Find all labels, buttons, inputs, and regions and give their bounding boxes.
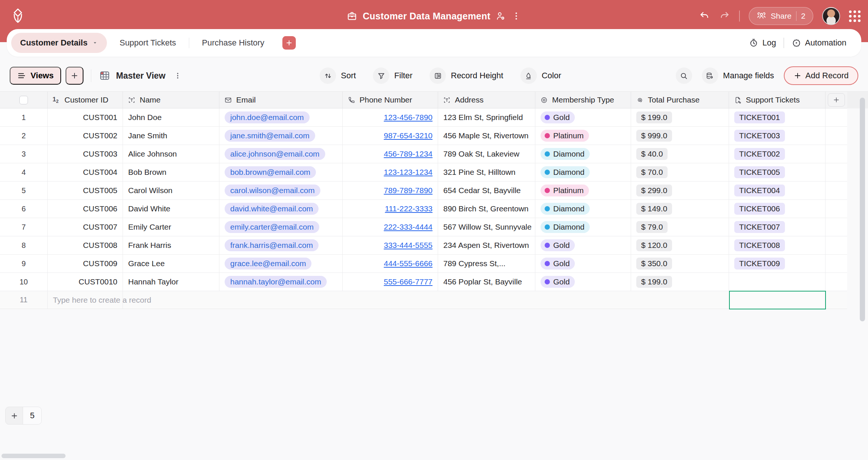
cell-support-ticket[interactable]: TICKET006 xyxy=(729,200,826,218)
phone-link[interactable]: 789-789-7890 xyxy=(384,186,433,195)
cell-total-purchase[interactable]: $ 199.0 xyxy=(631,273,729,291)
app-grid-icon[interactable] xyxy=(849,10,861,22)
cell-email[interactable]: john.doe@email.com xyxy=(219,108,343,126)
manage-fields-button[interactable]: Manage fields xyxy=(702,67,774,84)
cell-phone[interactable]: 555-666-7777 xyxy=(343,273,438,291)
cell-name[interactable]: Hannah Taylor xyxy=(123,273,219,291)
cell-total-purchase[interactable]: $ 299.0 xyxy=(631,182,729,199)
tab-customer-details[interactable]: Customer Details xyxy=(11,33,107,53)
cell-customer-id[interactable]: CUST004 xyxy=(48,163,123,181)
cell-total-purchase[interactable]: $ 199.0 xyxy=(631,108,729,126)
view-menu-icon[interactable] xyxy=(174,72,182,80)
cell-address[interactable]: 456 Maple St, Rivertown xyxy=(438,127,535,145)
cell-support-ticket[interactable]: TICKET001 xyxy=(729,108,826,126)
cell-total-purchase[interactable]: $ 79.0 xyxy=(631,218,729,236)
cell-customer-id[interactable]: CUST005 xyxy=(48,182,123,199)
add-view-button[interactable] xyxy=(66,67,83,85)
cell-email[interactable]: carol.wilson@email.com xyxy=(219,182,343,199)
add-table-button[interactable] xyxy=(282,36,296,50)
add-rows-button[interactable] xyxy=(6,407,23,424)
phone-link[interactable]: 222-333-4444 xyxy=(384,223,433,231)
cell-total-purchase[interactable]: $ 120.0 xyxy=(631,236,729,254)
cell-phone[interactable]: 123-456-7890 xyxy=(343,108,438,126)
cell-customer-id[interactable]: CUST003 xyxy=(48,145,123,163)
cell-name[interactable]: John Doe xyxy=(123,108,219,126)
automation-button[interactable]: Automation xyxy=(792,38,846,48)
column-header-ticket[interactable]: Support Tickets xyxy=(729,92,826,108)
add-rows-count[interactable]: 5 xyxy=(23,407,41,424)
cell-membership[interactable]: Diamond xyxy=(535,145,631,163)
cell-membership[interactable]: Platinum xyxy=(535,127,631,145)
cell-customer-id[interactable]: CUST009 xyxy=(48,255,123,272)
selected-cell[interactable] xyxy=(729,291,826,309)
cell-membership[interactable]: Diamond xyxy=(535,163,631,181)
current-view[interactable]: Master View xyxy=(99,70,182,82)
user-avatar[interactable] xyxy=(822,7,840,25)
cell-address[interactable]: 567 Willow St, Sunnyvale xyxy=(438,218,535,236)
phone-link[interactable]: 555-666-7777 xyxy=(384,277,433,286)
cell-address[interactable]: 321 Pine St, Hilltown xyxy=(438,163,535,181)
cell-address[interactable]: 890 Birch St, Greentown xyxy=(438,200,535,218)
cell-email[interactable]: hannah.taylor@email.com xyxy=(219,273,343,291)
cell-total-purchase[interactable]: $ 149.0 xyxy=(631,200,729,218)
cell-email[interactable]: frank.harris@email.com xyxy=(219,236,343,254)
cell-customer-id[interactable]: CUST002 xyxy=(48,127,123,145)
filter-button[interactable]: Filter xyxy=(373,67,412,84)
cell-name[interactable]: Bob Brown xyxy=(123,163,219,181)
cell-customer-id[interactable]: CUST007 xyxy=(48,218,123,236)
cell-address[interactable]: 234 Aspen St, Rivertown xyxy=(438,236,535,254)
cell-name[interactable]: Emily Carter xyxy=(123,218,219,236)
cell-membership[interactable]: Diamond xyxy=(535,218,631,236)
horizontal-scrollbar[interactable] xyxy=(1,454,66,458)
column-header-email[interactable]: Email xyxy=(219,92,343,108)
collaborator-settings-icon[interactable] xyxy=(495,11,506,21)
cell-customer-id[interactable]: CUST008 xyxy=(48,236,123,254)
cell-name[interactable]: David White xyxy=(123,200,219,218)
cell-email[interactable]: jane.smith@email.com xyxy=(219,127,343,145)
tab-support-tickets[interactable]: Support Tickets xyxy=(107,38,189,48)
cell-support-ticket[interactable]: TICKET009 xyxy=(729,255,826,272)
phone-link[interactable]: 123-123-1234 xyxy=(384,168,433,177)
redo-icon[interactable] xyxy=(719,10,730,22)
row-number[interactable]: 4 xyxy=(0,163,48,181)
views-button[interactable]: Views xyxy=(10,67,61,85)
phone-link[interactable]: 111-222-3333 xyxy=(385,204,433,213)
column-header-customer_id[interactable]: 12 Customer ID xyxy=(48,92,123,108)
cell-customer-id[interactable]: CUST001 xyxy=(48,108,123,126)
cell-support-ticket[interactable]: TICKET005 xyxy=(729,163,826,181)
new-record-row[interactable]: 11 Type here to create a record xyxy=(0,291,847,309)
row-number[interactable]: 2 xyxy=(0,127,48,145)
row-number[interactable]: 8 xyxy=(0,236,48,254)
cell-support-ticket[interactable]: TICKET003 xyxy=(729,127,826,145)
cell-email[interactable]: bob.brown@email.com xyxy=(219,163,343,181)
log-button[interactable]: Log xyxy=(749,38,776,48)
column-header-address[interactable]: Address xyxy=(438,92,535,108)
color-button[interactable]: Color xyxy=(520,67,561,84)
record-height-button[interactable]: Record Height xyxy=(430,67,503,84)
cell-membership[interactable]: Gold xyxy=(535,108,631,126)
column-header-phone[interactable]: Phone Number xyxy=(343,92,438,108)
select-all-checkbox[interactable] xyxy=(19,96,28,104)
cell-name[interactable]: Carol Wilson xyxy=(123,182,219,199)
row-number[interactable]: 10 xyxy=(0,273,48,291)
cell-address[interactable]: 456 Poplar St, Bayville xyxy=(438,273,535,291)
cell-total-purchase[interactable]: $ 350.0 xyxy=(631,255,729,272)
row-number[interactable]: 3 xyxy=(0,145,48,163)
cell-customer-id[interactable]: CUST006 xyxy=(48,200,123,218)
cell-customer-id[interactable]: CUST0010 xyxy=(48,273,123,291)
row-number[interactable]: 9 xyxy=(0,255,48,272)
row-number[interactable]: 5 xyxy=(0,182,48,199)
cell-email[interactable]: emily.carter@email.com xyxy=(219,218,343,236)
row-number[interactable]: 6 xyxy=(0,200,48,218)
cell-email[interactable]: alice.johnson@email.com xyxy=(219,145,343,163)
cell-total-purchase[interactable]: $ 999.0 xyxy=(631,127,729,145)
kebab-menu-icon[interactable] xyxy=(511,11,522,21)
cell-address[interactable]: 654 Cedar St, Bayville xyxy=(438,182,535,199)
cell-support-ticket[interactable]: TICKET007 xyxy=(729,218,826,236)
cell-name[interactable]: Alice Johnson xyxy=(123,145,219,163)
cell-name[interactable]: Frank Harris xyxy=(123,236,219,254)
search-button[interactable] xyxy=(676,67,692,84)
share-button[interactable]: Share 2 xyxy=(749,7,813,25)
cell-name[interactable]: Grace Lee xyxy=(123,255,219,272)
cell-name[interactable]: Jane Smith xyxy=(123,127,219,145)
